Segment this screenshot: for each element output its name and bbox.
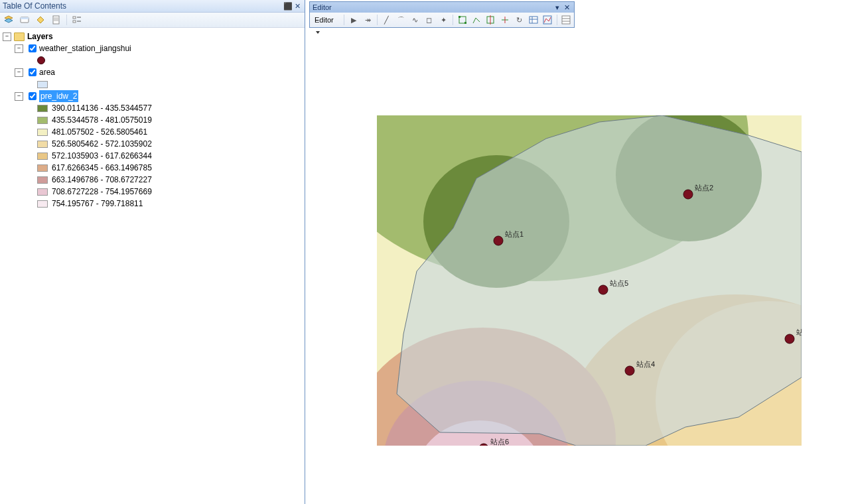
legend-class-row: 526.5805462 - 572.1035902 bbox=[3, 138, 305, 150]
page-icon bbox=[52, 15, 61, 25]
svg-point-36 bbox=[625, 366, 634, 375]
station-label: 站点6 bbox=[490, 438, 509, 446]
polygon-swatch-icon bbox=[37, 81, 48, 88]
legend-swatch-icon bbox=[37, 153, 48, 160]
collapse-icon[interactable]: − bbox=[15, 92, 23, 101]
legend-class-row: 435.5344578 - 481.0575019 bbox=[3, 114, 305, 126]
editor-menu-button[interactable]: Editor bbox=[311, 13, 341, 27]
toc-tree[interactable]: − Layers − weather_station_jiangshui − a… bbox=[0, 28, 305, 504]
close-icon[interactable]: ✕ bbox=[293, 0, 302, 12]
legend-class-label: 754.195767 - 799.718811 bbox=[52, 198, 143, 210]
table-of-contents-panel: Table Of Contents ⬛ ✕ bbox=[0, 0, 305, 504]
create-features-button[interactable] bbox=[560, 13, 573, 27]
svg-rect-7 bbox=[73, 21, 76, 23]
layer-symbol-row bbox=[3, 54, 305, 66]
toc-title-text: Table Of Contents bbox=[3, 0, 66, 12]
legend-class-label: 435.5344578 - 481.0575019 bbox=[52, 114, 152, 126]
trace-button[interactable]: ∿ bbox=[409, 13, 421, 27]
diamond-icon bbox=[36, 15, 45, 25]
legend-swatch-icon bbox=[37, 117, 48, 124]
edit-tool-button[interactable]: ▶ bbox=[347, 13, 360, 27]
root-label: Layers bbox=[27, 31, 53, 42]
legend-swatch-icon bbox=[37, 200, 48, 208]
editor-menu-label: Editor bbox=[315, 16, 334, 24]
layer-pre-idw-2[interactable]: − pre_idw_2 bbox=[3, 90, 305, 102]
source-icon bbox=[20, 15, 29, 25]
midpoint-button[interactable]: ✦ bbox=[437, 13, 450, 27]
collapse-icon[interactable]: − bbox=[15, 68, 23, 77]
svg-rect-15 bbox=[530, 17, 537, 23]
legend-class-row: 481.057502 - 526.5805461 bbox=[3, 126, 305, 138]
tree-root[interactable]: − Layers bbox=[3, 31, 305, 42]
legend-class-row: 754.195767 - 799.718811 bbox=[3, 198, 305, 210]
toolbar-options-icon[interactable]: ▾ bbox=[553, 2, 562, 13]
list-by-drawing-order-button[interactable] bbox=[1, 13, 16, 27]
edit-annotation-button[interactable]: ↠ bbox=[362, 13, 374, 27]
legend-class-row: 572.1035903 - 617.6266344 bbox=[3, 150, 305, 162]
svg-point-33 bbox=[494, 236, 503, 245]
layer-checkbox[interactable] bbox=[29, 92, 36, 100]
legend-swatch-icon bbox=[37, 129, 48, 136]
editor-titlebar[interactable]: Editor ▾ ✕ bbox=[310, 2, 574, 13]
collapse-icon[interactable]: − bbox=[3, 32, 11, 41]
svg-rect-5 bbox=[53, 16, 59, 24]
list-by-source-button[interactable] bbox=[17, 13, 32, 27]
split-button[interactable] bbox=[498, 13, 511, 27]
legend-class-row: 617.6266345 - 663.1496785 bbox=[3, 162, 305, 174]
cut-polygons-button[interactable] bbox=[484, 13, 497, 27]
legend-class-row: 708.6727228 - 754.1957669 bbox=[3, 186, 305, 198]
svg-marker-1 bbox=[5, 19, 13, 23]
layer-label: area bbox=[39, 66, 55, 78]
legend-swatch-icon bbox=[37, 188, 48, 196]
legend-class-label: 617.6266345 - 663.1496785 bbox=[52, 162, 152, 174]
svg-point-35 bbox=[785, 334, 794, 344]
legend-class-label: 390.0114136 - 435.5344577 bbox=[52, 102, 152, 114]
layer-label: weather_station_jiangshui bbox=[39, 42, 131, 54]
svg-rect-9 bbox=[459, 16, 460, 18]
legend-class-label: 708.6727228 - 754.1957669 bbox=[52, 186, 152, 198]
straight-segment-button[interactable]: ╱ bbox=[380, 13, 393, 27]
station-label: 站点3 bbox=[796, 328, 802, 336]
reshape-button[interactable] bbox=[470, 13, 482, 27]
layer-checkbox[interactable] bbox=[29, 68, 36, 76]
layers-icon bbox=[4, 15, 13, 25]
rotate-button[interactable]: ↻ bbox=[513, 13, 526, 27]
edit-vertices-button[interactable] bbox=[456, 13, 468, 27]
collapse-icon[interactable]: − bbox=[15, 44, 23, 53]
layer-weather-station[interactable]: − weather_station_jiangshui bbox=[3, 42, 305, 54]
station-label: 站点5 bbox=[610, 279, 628, 287]
svg-rect-3 bbox=[21, 17, 29, 19]
dropdown-icon bbox=[316, 31, 320, 34]
svg-rect-10 bbox=[464, 22, 466, 24]
svg-rect-6 bbox=[73, 17, 76, 19]
arc-segment-button[interactable]: ⌒ bbox=[395, 13, 407, 27]
sketch-properties-button[interactable] bbox=[541, 13, 553, 27]
close-icon[interactable]: ✕ bbox=[562, 2, 571, 13]
station-label: 站点2 bbox=[695, 184, 713, 192]
right-angle-button[interactable]: ◻ bbox=[423, 13, 435, 27]
list-by-visibility-button[interactable] bbox=[33, 13, 48, 27]
legend-swatch-icon bbox=[37, 176, 48, 184]
legend-swatch-icon bbox=[37, 164, 48, 172]
pin-icon[interactable]: ⬛ bbox=[283, 0, 293, 12]
layer-checkbox[interactable] bbox=[29, 44, 36, 52]
editor-title-text: Editor bbox=[313, 2, 332, 13]
layer-area[interactable]: − area bbox=[3, 66, 305, 78]
editor-toolbar: Editor ▾ ✕ Editor ▶ ↠ ╱ ⌒ ∿ ◻ ✦ bbox=[309, 1, 575, 28]
legend-class-label: 663.1496786 - 708.6727227 bbox=[52, 174, 152, 186]
station-label: 站点4 bbox=[636, 360, 655, 368]
legend-swatch-icon bbox=[37, 141, 48, 148]
editor-buttons-row: Editor ▶ ↠ ╱ ⌒ ∿ ◻ ✦ bbox=[310, 13, 574, 27]
attributes-button[interactable] bbox=[527, 13, 539, 27]
legend-class-row: 663.1496786 - 708.6727227 bbox=[3, 174, 305, 186]
list-by-selection-button[interactable] bbox=[49, 13, 64, 27]
legend-swatch-icon bbox=[37, 105, 48, 112]
map-pane[interactable]: Editor ▾ ✕ Editor ▶ ↠ ╱ ⌒ ∿ ◻ ✦ bbox=[305, 0, 850, 504]
options-button[interactable] bbox=[70, 13, 84, 27]
layer-symbol-row bbox=[3, 78, 305, 90]
map-canvas[interactable]: 站点1站点2站点3站点4站点5站点6 bbox=[377, 115, 802, 446]
legend-class-label: 481.057502 - 526.5805461 bbox=[52, 126, 147, 138]
toc-toolbar bbox=[0, 13, 305, 28]
svg-marker-4 bbox=[37, 17, 44, 23]
legend-class-label: 572.1035903 - 617.6266344 bbox=[52, 150, 152, 162]
